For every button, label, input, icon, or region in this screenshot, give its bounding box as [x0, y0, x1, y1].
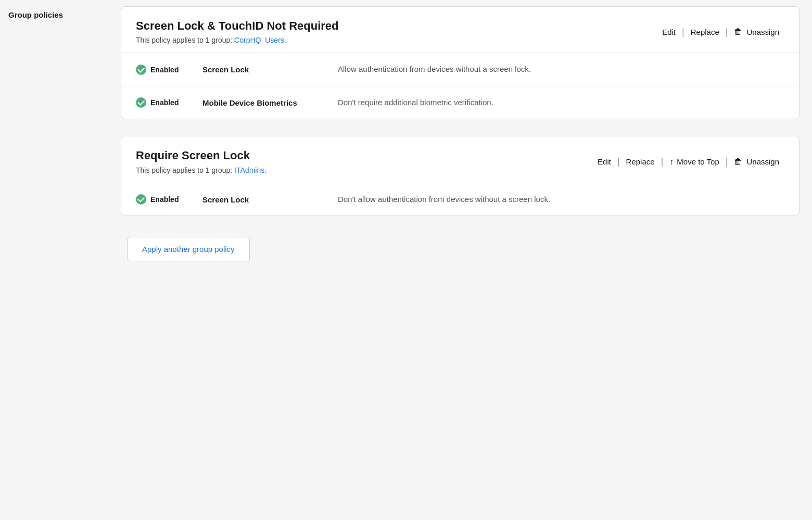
policy-subtitle: This policy applies to 1 group: CorpHQ_U…	[136, 36, 339, 44]
rule-row: Enabled Screen Lock Don't allow authenti…	[121, 183, 799, 216]
edit-button[interactable]: Edit	[592, 155, 616, 168]
action-separator: |	[616, 156, 621, 167]
policy-header-left: Screen Lock & TouchID Not Required This …	[136, 19, 339, 44]
policy-subtitle: This policy applies to 1 group: ITAdmins…	[136, 166, 267, 174]
action-separator: |	[681, 27, 686, 37]
status-label: Enabled	[150, 66, 179, 74]
rule-name: Screen Lock	[202, 65, 317, 74]
edit-button[interactable]: Edit	[657, 26, 681, 39]
trash-icon: 🗑	[734, 157, 742, 167]
rule-name: Screen Lock	[202, 195, 317, 204]
enabled-check-icon	[136, 65, 146, 75]
policy-group-link[interactable]: ITAdmins	[234, 166, 264, 174]
arrow-up-icon: ↑	[669, 157, 674, 167]
rule-status: Enabled	[136, 194, 198, 205]
rule-status: Enabled	[136, 65, 198, 75]
policy-rules: Enabled Screen Lock Don't allow authenti…	[121, 183, 799, 216]
action-separator: |	[725, 27, 729, 37]
action-separator: |	[660, 156, 665, 167]
policy-header: Require Screen Lock This policy applies …	[121, 136, 799, 182]
rule-name: Mobile Device Biometrics	[202, 98, 317, 107]
policy-title: Require Screen Lock	[136, 149, 267, 162]
policy-group-link[interactable]: CorpHQ_Users	[234, 36, 284, 44]
policy-card-1: Screen Lock & TouchID Not Required This …	[121, 6, 800, 119]
unassign-button[interactable]: 🗑Unassign	[729, 25, 784, 39]
rule-row: Enabled Mobile Device Biometrics Don't r…	[121, 86, 799, 119]
policy-rules: Enabled Screen Lock Allow authentication…	[121, 53, 799, 119]
policy-header: Screen Lock & TouchID Not Required This …	[121, 7, 799, 53]
enabled-check-icon	[136, 194, 146, 205]
apply-another-policy-button[interactable]: Apply another group policy	[127, 237, 250, 261]
policy-card-2: Require Screen Lock This policy applies …	[121, 136, 800, 216]
enabled-check-icon	[136, 97, 146, 108]
action-separator: |	[725, 156, 729, 167]
rule-status: Enabled	[136, 97, 198, 108]
status-label: Enabled	[150, 98, 179, 107]
policy-title: Screen Lock & TouchID Not Required	[136, 19, 339, 33]
policy-actions: Edit|Replace|↑Move to Top|🗑Unassign	[592, 155, 784, 169]
sidebar: Group policies	[0, 0, 115, 520]
unassign-button[interactable]: 🗑Unassign	[729, 155, 784, 169]
rule-description: Don't allow authentication from devices …	[338, 194, 550, 206]
page: Group policies Screen Lock & TouchID Not…	[0, 0, 812, 520]
move-to-top-button[interactable]: ↑Move to Top	[664, 155, 724, 169]
rule-description: Don't require additional biometric verif…	[338, 97, 493, 109]
policy-header-left: Require Screen Lock This policy applies …	[136, 149, 267, 174]
replace-button[interactable]: Replace	[686, 26, 725, 39]
rule-description: Allow authentication from devices withou…	[338, 64, 531, 75]
trash-icon: 🗑	[734, 27, 742, 36]
apply-section: Apply another group policy	[121, 233, 800, 261]
rule-row: Enabled Screen Lock Allow authentication…	[121, 53, 799, 86]
sidebar-title: Group policies	[8, 10, 63, 19]
status-label: Enabled	[150, 195, 179, 204]
policy-actions: Edit|Replace|🗑Unassign	[657, 25, 784, 39]
main-content: Screen Lock & TouchID Not Required This …	[115, 0, 812, 520]
replace-button[interactable]: Replace	[621, 155, 660, 168]
